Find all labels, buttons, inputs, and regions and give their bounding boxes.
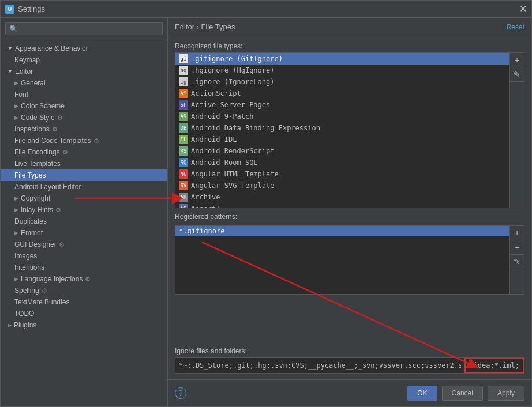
sidebar-item-label: Code Style bbox=[21, 114, 55, 122]
settings-icon: ⚙ bbox=[42, 287, 47, 295]
main-header: Editor › File Types Reset bbox=[168, 18, 531, 36]
sidebar-item-inspections[interactable]: Inspections ⚙ bbox=[1, 123, 167, 135]
edit-pattern-button[interactable]: ✎ bbox=[510, 255, 524, 269]
sidebar-item-label: Spelling bbox=[14, 287, 39, 295]
help-button[interactable]: ? bbox=[175, 387, 186, 399]
sidebar-item-todo[interactable]: TODO bbox=[1, 308, 167, 319]
sidebar-item-label: TextMate Bundles bbox=[14, 298, 69, 306]
file-types-list[interactable]: gi .gitignore (GitIgnore) hg .hgignore (… bbox=[175, 52, 510, 208]
settings-icon: ⚙ bbox=[59, 241, 65, 248]
cancel-button[interactable]: Cancel bbox=[442, 386, 483, 401]
list-item[interactable]: SV Angular SVG Template bbox=[175, 180, 509, 191]
file-type-label: .hgignore (HgIgnore) bbox=[191, 66, 275, 74]
file-type-icon: SQ bbox=[179, 158, 188, 167]
sidebar-item-general[interactable]: ▶ General bbox=[1, 77, 167, 89]
list-item[interactable]: SP Active Server Pages bbox=[175, 99, 509, 111]
add-pattern-button[interactable]: + bbox=[510, 226, 524, 240]
settings-icon: ⚙ bbox=[57, 114, 63, 122]
sidebar-item-label: Inspections bbox=[14, 125, 50, 133]
window-title: Settings bbox=[18, 5, 45, 13]
sidebar-item-live-templates[interactable]: Live Templates bbox=[1, 158, 167, 169]
list-item[interactable]: SQ Android Room SQL bbox=[175, 157, 509, 168]
sidebar-item-copyright[interactable]: ▶ Copyright bbox=[1, 193, 167, 204]
list-item[interactable]: NG Angular HTML Template bbox=[175, 168, 509, 180]
sidebar-item-inlay-hints[interactable]: ▶ Inlay Hints ⚙ bbox=[1, 204, 167, 216]
list-item[interactable]: A9 Android 9-Patch bbox=[175, 111, 509, 122]
ignore-section: Ignore files and folders: .idea;*.iml; bbox=[175, 347, 524, 374]
file-type-label: Angular SVG Template bbox=[191, 182, 275, 190]
patterns-list[interactable]: *.gitignore bbox=[175, 225, 510, 295]
list-item[interactable]: hg .hgignore (HgIgnore) bbox=[175, 65, 509, 76]
sidebar-item-plugins[interactable]: ▶ Plugins bbox=[1, 319, 167, 331]
file-type-label: Angular HTML Template bbox=[191, 170, 279, 178]
add-file-type-button[interactable]: + bbox=[510, 53, 524, 67]
sidebar-item-label: Intentions bbox=[14, 263, 44, 272]
sidebar-item-editor[interactable]: ▼ Editor bbox=[1, 66, 167, 77]
file-type-label: Android RenderScript bbox=[191, 147, 275, 155]
sidebar-item-label: Live Templates bbox=[14, 160, 61, 168]
remove-pattern-button[interactable]: − bbox=[510, 240, 524, 255]
list-item[interactable]: RS Android RenderScript bbox=[175, 145, 509, 157]
sidebar-item-images[interactable]: Images bbox=[1, 250, 167, 262]
file-type-icon: NG bbox=[179, 169, 188, 179]
sidebar-item-gui-designer[interactable]: GUI Designer ⚙ bbox=[1, 239, 167, 250]
sidebar-item-label: Android Layout Editor bbox=[14, 183, 81, 191]
file-type-icon: AS bbox=[179, 204, 188, 208]
chevron-down-icon: ▼ bbox=[8, 69, 13, 74]
sidebar-item-android-layout-editor[interactable]: Android Layout Editor bbox=[1, 181, 167, 193]
ignore-input-highlight[interactable]: .idea;*.iml; bbox=[464, 358, 524, 373]
file-type-label: Android 9-Patch bbox=[191, 112, 253, 120]
list-item[interactable]: *.gitignore bbox=[175, 226, 509, 236]
sidebar-item-duplicates[interactable]: Duplicates bbox=[1, 216, 167, 227]
sidebar-item-code-style[interactable]: ▶ Code Style ⚙ bbox=[1, 112, 167, 123]
list-item[interactable]: ig .ignore (IgnoreLang) bbox=[175, 76, 509, 88]
sidebar-item-appearance[interactable]: ▼ Appearance & Behavior bbox=[1, 43, 167, 54]
file-type-icon: gi bbox=[179, 54, 188, 63]
list-item[interactable]: gi .gitignore (GitIgnore) bbox=[175, 53, 509, 65]
file-types-content: Recognized file types: gi .gitignore (Gi… bbox=[168, 36, 531, 379]
sidebar-item-label: Emmet bbox=[21, 229, 43, 237]
sidebar-item-keymap[interactable]: Keymap bbox=[1, 54, 167, 66]
recognized-section: Recognized file types: gi .gitignore (Gi… bbox=[175, 42, 524, 208]
ok-button[interactable]: OK bbox=[407, 386, 437, 401]
file-type-label: ActionScript bbox=[191, 89, 241, 97]
chevron-right-icon: ▶ bbox=[14, 195, 18, 201]
file-type-icon: SP bbox=[179, 100, 188, 110]
apply-button[interactable]: Apply bbox=[488, 386, 524, 401]
chevron-right-icon: ▶ bbox=[14, 207, 18, 213]
close-button[interactable]: ✕ bbox=[519, 5, 527, 14]
app-icon: U bbox=[5, 5, 14, 14]
list-item[interactable]: AS ActionScript bbox=[175, 88, 509, 99]
sidebar-item-language-injections[interactable]: ▶ Language Injections ⚙ bbox=[1, 273, 167, 285]
search-input[interactable] bbox=[5, 22, 163, 35]
file-type-icon: SV bbox=[179, 181, 188, 190]
settings-icon: ⚙ bbox=[85, 276, 91, 283]
file-type-label: .ignore (IgnoreLang) bbox=[191, 78, 275, 86]
file-type-icon: A9 bbox=[179, 112, 188, 121]
file-type-icon: RS bbox=[179, 146, 188, 156]
sidebar-item-label: Color Scheme bbox=[21, 102, 65, 110]
list-item[interactable]: IL Android IDL bbox=[175, 134, 509, 145]
list-item[interactable]: AR Archive bbox=[175, 191, 509, 203]
file-type-label: Android Room SQL bbox=[191, 159, 258, 167]
sidebar-item-file-types[interactable]: File Types bbox=[1, 169, 167, 181]
list-item[interactable]: AS Assert! bbox=[175, 203, 509, 208]
settings-icon: ⚙ bbox=[62, 149, 68, 156]
ignore-input[interactable] bbox=[175, 358, 464, 373]
main-panel: Editor › File Types Reset Recognized fil… bbox=[168, 18, 531, 406]
reset-button[interactable]: Reset bbox=[507, 23, 524, 31]
sidebar-item-textmate-bundles[interactable]: TextMate Bundles bbox=[1, 296, 167, 308]
sidebar-item-intentions[interactable]: Intentions bbox=[1, 262, 167, 273]
recognized-label: Recognized file types: bbox=[175, 42, 524, 50]
sidebar-item-file-encodings[interactable]: File Encodings ⚙ bbox=[1, 146, 167, 158]
file-type-icon: hg bbox=[179, 66, 188, 75]
sidebar-item-file-code-templates[interactable]: File and Code Templates ⚙ bbox=[1, 135, 167, 146]
sidebar-item-spelling[interactable]: Spelling ⚙ bbox=[1, 285, 167, 296]
sidebar-item-emmet[interactable]: ▶ Emmet bbox=[1, 227, 167, 239]
list-item[interactable]: DB Android Data Binding Expression bbox=[175, 122, 509, 134]
file-type-label: Archive bbox=[191, 193, 220, 201]
sidebar-item-font[interactable]: Font bbox=[1, 89, 167, 100]
edit-file-type-button[interactable]: ✎ bbox=[510, 67, 524, 82]
sidebar-item-color-scheme[interactable]: ▶ Color Scheme bbox=[1, 100, 167, 112]
title-bar: U Settings ✕ bbox=[1, 1, 531, 18]
